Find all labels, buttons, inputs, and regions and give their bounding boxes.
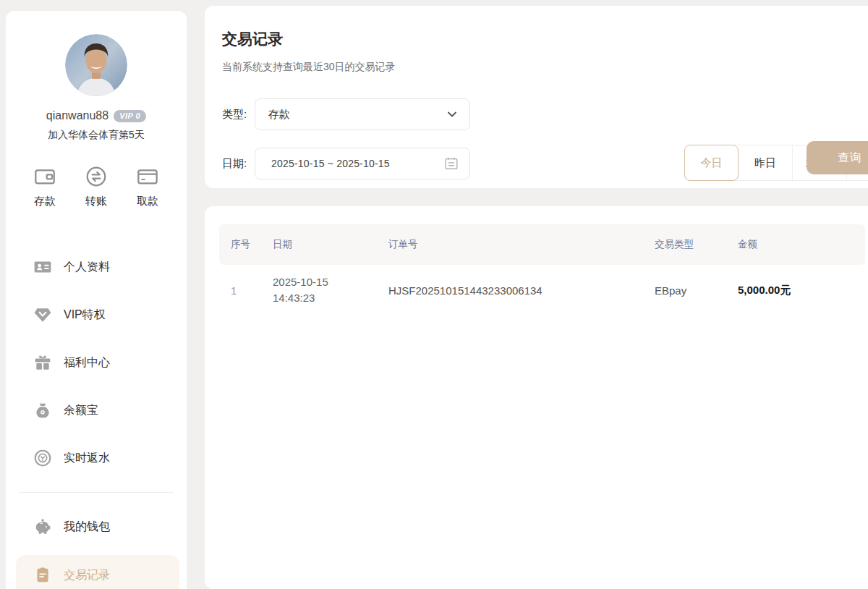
sidebar: qianwanu88 VIP 0 加入华体会体育第5天 存款 转账 bbox=[6, 11, 187, 589]
sidebar-item-label: 交易记录 bbox=[64, 568, 110, 583]
cell-date-day: 2025-10-15 bbox=[273, 274, 388, 290]
cell-amount: 5,000.00元 bbox=[738, 284, 865, 297]
sidebar-menu: 个人资料 VIP特权 福利中心 余额宝 bbox=[6, 243, 187, 589]
quick-action-label: 取款 bbox=[137, 195, 158, 208]
table-row: 1 2025-10-15 14:43:23 HJSF20251015144323… bbox=[219, 265, 865, 315]
sidebar-item-label: 余额宝 bbox=[64, 403, 98, 418]
date-range-input[interactable]: 2025-10-15 ~ 2025-10-15 bbox=[255, 148, 470, 179]
piggy-bank-icon bbox=[33, 517, 52, 536]
table-header-row: 序号 日期 订单号 交易类型 金额 bbox=[219, 224, 865, 265]
wallet-icon bbox=[33, 165, 56, 188]
id-card-icon bbox=[33, 258, 52, 276]
quick-action-label: 转账 bbox=[85, 195, 107, 208]
transaction-list-icon bbox=[33, 566, 52, 585]
vip-gem-icon bbox=[33, 305, 52, 324]
sidebar-item-label: 福利中心 bbox=[64, 355, 110, 370]
bank-card-icon bbox=[136, 165, 159, 188]
range-today-button[interactable]: 今日 bbox=[684, 145, 739, 181]
cell-date: 2025-10-15 14:43:23 bbox=[273, 274, 388, 306]
chevron-down-icon bbox=[446, 109, 458, 120]
col-header-type: 交易类型 bbox=[655, 238, 738, 251]
quick-actions: 存款 转账 取款 bbox=[6, 165, 187, 208]
sidebar-divider bbox=[19, 492, 174, 493]
cell-index: 1 bbox=[231, 284, 273, 297]
withdraw-shortcut[interactable]: 取款 bbox=[127, 165, 168, 208]
avatar-image bbox=[65, 34, 127, 96]
transactions-table-card: 序号 日期 订单号 交易类型 金额 1 2025-10-15 14:43:23 … bbox=[205, 206, 868, 589]
cell-type: EBpay bbox=[655, 284, 738, 297]
range-yesterday-button[interactable]: 昨日 bbox=[739, 145, 793, 180]
gift-icon bbox=[33, 353, 52, 372]
calendar-icon bbox=[443, 156, 459, 171]
sidebar-item-vip[interactable]: VIP特权 bbox=[6, 291, 187, 339]
transfer-icon bbox=[85, 165, 108, 188]
sidebar-item-yuebao[interactable]: 余额宝 bbox=[6, 386, 187, 434]
col-header-date: 日期 bbox=[273, 238, 388, 251]
transfer-shortcut[interactable]: 转账 bbox=[76, 165, 116, 208]
sidebar-item-profile[interactable]: 个人资料 bbox=[6, 243, 187, 291]
deposit-shortcut[interactable]: 存款 bbox=[25, 165, 65, 208]
sidebar-item-transactions[interactable]: 交易记录 bbox=[16, 555, 179, 589]
type-select[interactable]: 存款 bbox=[255, 98, 470, 130]
sidebar-item-label: VIP特权 bbox=[64, 308, 106, 323]
quick-action-label: 存款 bbox=[34, 195, 56, 208]
col-header-amount: 金额 bbox=[738, 238, 865, 251]
sidebar-item-label: 我的钱包 bbox=[64, 520, 110, 535]
sidebar-item-benefits[interactable]: 福利中心 bbox=[6, 339, 187, 386]
sidebar-item-wallet[interactable]: 我的钱包 bbox=[6, 503, 187, 551]
col-header-index: 序号 bbox=[231, 238, 273, 251]
date-range-value: 2025-10-15 ~ 2025-10-15 bbox=[255, 158, 390, 169]
cell-order-no: HJSF202510151443233006134 bbox=[388, 284, 655, 297]
col-header-order: 订单号 bbox=[388, 238, 655, 251]
username: qianwanu88 bbox=[46, 109, 109, 122]
rebate-coin-icon bbox=[33, 449, 52, 467]
money-bag-icon bbox=[33, 401, 52, 420]
sidebar-item-rebate[interactable]: 实时返水 bbox=[6, 434, 187, 482]
avatar[interactable] bbox=[65, 34, 127, 96]
page-title: 交易记录 bbox=[205, 6, 868, 49]
type-filter-label: 类型: bbox=[222, 108, 255, 122]
sidebar-item-label: 实时返水 bbox=[64, 451, 110, 466]
type-select-value: 存款 bbox=[255, 108, 290, 122]
search-button[interactable]: 查询 bbox=[807, 141, 868, 174]
join-days-text: 加入华体会体育第5天 bbox=[6, 129, 187, 142]
date-filter-label: 日期: bbox=[222, 157, 255, 171]
cell-date-time: 14:43:23 bbox=[273, 290, 388, 306]
vip-badge: VIP 0 bbox=[114, 110, 146, 122]
filter-panel: 交易记录 当前系统支持查询最近30日的交易记录 类型: 存款 日期: 2025-… bbox=[205, 6, 868, 188]
sidebar-item-label: 个人资料 bbox=[64, 260, 110, 275]
page-subtitle: 当前系统支持查询最近30日的交易记录 bbox=[205, 49, 868, 74]
